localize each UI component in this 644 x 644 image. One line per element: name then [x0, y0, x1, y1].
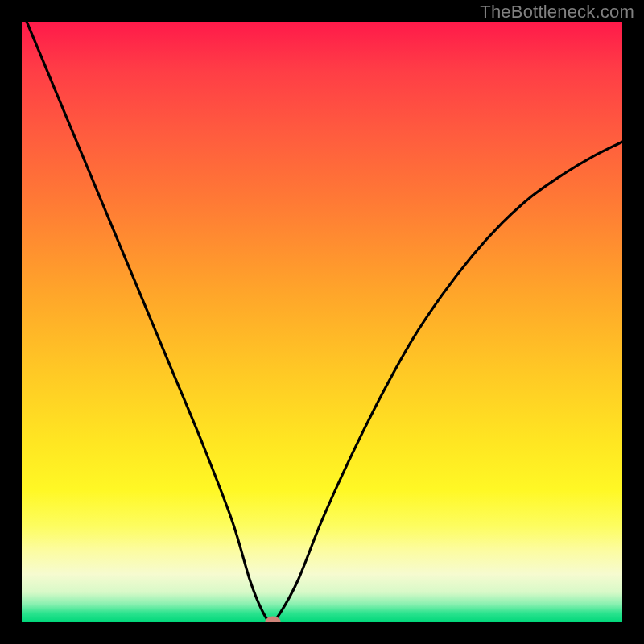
chart-frame: TheBottleneck.com [0, 0, 644, 644]
attribution-label: TheBottleneck.com [480, 2, 634, 23]
plot-area [22, 22, 622, 622]
bottleneck-curve [22, 22, 622, 622]
optimal-point-marker [265, 616, 280, 622]
